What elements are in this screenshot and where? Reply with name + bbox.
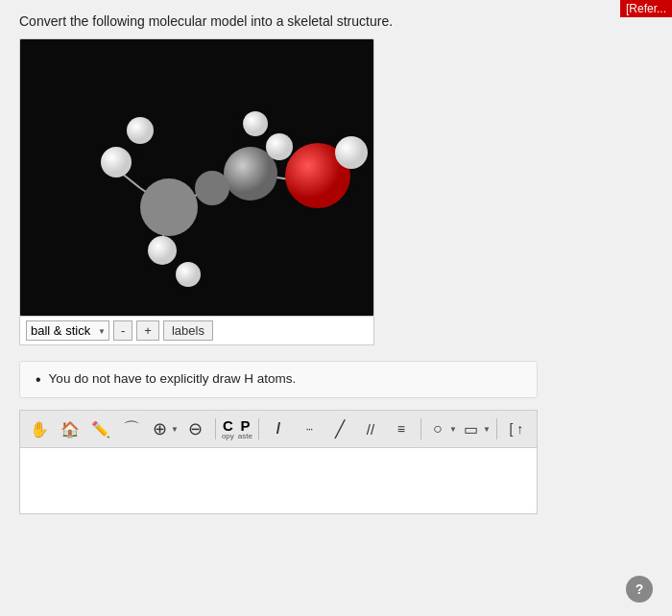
svg-point-7 — [140, 178, 198, 236]
circle-shape-group[interactable]: ○ ▼ — [427, 415, 457, 442]
zoom-plus-arrow[interactable]: ▼ — [171, 425, 179, 434]
bracket-tool[interactable]: [ ↑ — [503, 415, 530, 442]
svg-point-13 — [176, 262, 201, 287]
triple-bond-tool[interactable]: ≡ — [388, 415, 415, 442]
single-bond-tool[interactable]: / — [265, 415, 292, 442]
controls-bar: ball & stick - + labels — [19, 317, 374, 345]
zoom-plus-group[interactable]: ⊕ ▼ — [149, 415, 179, 442]
view-mode-wrapper[interactable]: ball & stick — [26, 320, 109, 341]
hint-text: You do not have to explicitly draw H ato… — [49, 371, 297, 386]
hand-tool[interactable]: ✋ — [26, 415, 53, 442]
divider-3 — [420, 418, 421, 439]
copy-tool[interactable]: C opy — [222, 418, 234, 440]
svg-point-10 — [101, 147, 132, 178]
molecule-viewer — [19, 38, 374, 317]
copy-sub: opy — [222, 433, 234, 440]
svg-point-16 — [335, 136, 368, 169]
bullet-dot: • — [36, 372, 41, 388]
hint-item: • You do not have to explicitly draw H a… — [36, 371, 521, 388]
wedge-bond-tool[interactable]: ╱ — [326, 415, 353, 442]
svg-point-11 — [127, 117, 154, 144]
zoom-out-button[interactable]: - — [113, 320, 132, 341]
dashed-bond-tool[interactable]: ··· — [296, 415, 323, 442]
svg-point-17 — [195, 171, 229, 205]
zoom-minus-tool[interactable]: ⊖ — [182, 415, 209, 442]
view-mode-select[interactable]: ball & stick — [26, 320, 109, 341]
zoom-plus-tool[interactable]: ⊕ — [149, 415, 170, 442]
svg-point-12 — [148, 236, 177, 265]
paste-sub: aste — [238, 433, 252, 440]
rect-shape-tool[interactable]: ▭ — [461, 415, 482, 442]
hint-section: • You do not have to explicitly draw H a… — [19, 361, 538, 398]
lasso-tool[interactable]: ⌒ — [118, 415, 145, 442]
paste-letter: P — [240, 418, 250, 433]
eraser-tool[interactable]: ✏️ — [87, 415, 114, 442]
circle-arrow[interactable]: ▼ — [449, 425, 457, 434]
top-bar-label: [Refer... — [620, 0, 672, 17]
drawing-toolbar: ✋ 🏠 ✏️ ⌒ ⊕ ▼ ⊖ C opy P aste / ··· ╱ // ≡ — [19, 410, 538, 447]
labels-button[interactable]: labels — [163, 320, 213, 341]
circle-shape-tool[interactable]: ○ — [427, 415, 448, 442]
divider-4 — [496, 418, 497, 439]
select-tool[interactable]: 🏠 — [57, 415, 84, 442]
instruction-text: Convert the following molecular model in… — [19, 13, 653, 29]
svg-point-14 — [266, 133, 293, 160]
paste-tool[interactable]: P aste — [238, 418, 252, 440]
drawing-canvas[interactable] — [19, 447, 538, 514]
svg-point-15 — [243, 111, 268, 136]
divider-2 — [258, 418, 259, 439]
divider-1 — [215, 418, 216, 439]
rect-arrow[interactable]: ▼ — [483, 425, 491, 434]
zoom-in-button[interactable]: + — [136, 320, 159, 341]
copy-letter: C — [223, 418, 233, 433]
help-button[interactable]: ? — [626, 576, 653, 603]
molecule-scene — [20, 39, 373, 316]
double-bond-tool[interactable]: // — [357, 415, 384, 442]
rect-shape-group[interactable]: ▭ ▼ — [461, 415, 491, 442]
